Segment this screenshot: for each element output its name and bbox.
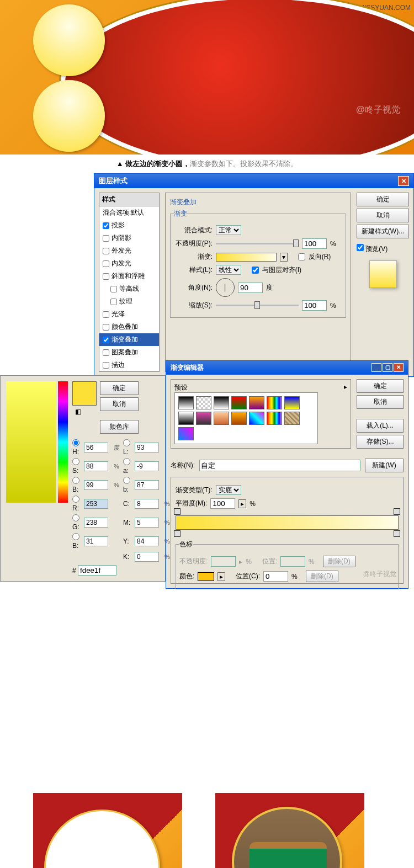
current-color-swatch[interactable]: [72, 381, 97, 406]
color-stop-right[interactable]: [394, 530, 400, 537]
inner-glow-row[interactable]: 内发光: [99, 257, 159, 270]
blend-mode-select[interactable]: 正常: [216, 225, 241, 235]
g-radio[interactable]: [72, 514, 79, 521]
y-input[interactable]: [135, 536, 159, 546]
save-button[interactable]: 存储(S)...: [357, 435, 404, 449]
l-input[interactable]: [135, 443, 159, 452]
stop-color-swatch[interactable]: [198, 572, 214, 581]
preset-swatch[interactable]: [196, 396, 211, 409]
cancel-button[interactable]: 取消: [100, 397, 139, 411]
preset-swatch[interactable]: [249, 396, 264, 409]
dropdown-icon[interactable]: ▸: [238, 499, 246, 508]
bv-input[interactable]: [84, 480, 108, 490]
s-input[interactable]: [84, 461, 108, 471]
s-radio[interactable]: [72, 458, 79, 465]
h-radio[interactable]: [72, 439, 79, 446]
hue-slider[interactable]: [58, 381, 68, 503]
opacity-stop-right[interactable]: [394, 508, 400, 515]
color-pos-input[interactable]: [263, 571, 288, 582]
r-input[interactable]: [84, 499, 108, 509]
cancel-button[interactable]: 取消: [357, 395, 404, 409]
drop-shadow-check[interactable]: [103, 222, 109, 229]
maximize-icon[interactable]: ▢: [383, 363, 392, 372]
preset-swatch[interactable]: [178, 396, 194, 409]
preset-swatch[interactable]: [284, 396, 300, 409]
color-field[interactable]: [6, 381, 56, 503]
smoothness-input[interactable]: [210, 498, 235, 509]
load-button[interactable]: 载入(L)...: [357, 419, 404, 433]
gradient-dropdown-icon[interactable]: ▾: [280, 253, 288, 262]
gradient-editor-titlebar[interactable]: 渐变编辑器 _ ▢ ✕: [166, 361, 408, 375]
align-check[interactable]: [252, 267, 259, 274]
inner-shadow-row[interactable]: 内阴影: [99, 232, 159, 244]
pattern-overlay-row[interactable]: 图案叠加: [99, 346, 159, 359]
color-stop-left[interactable]: [174, 530, 181, 537]
outer-glow-row[interactable]: 外发光: [99, 244, 159, 257]
m-input[interactable]: [135, 518, 159, 528]
preset-swatch[interactable]: [249, 412, 264, 425]
style-select[interactable]: 线性: [216, 265, 241, 275]
scale-slider[interactable]: [216, 305, 299, 306]
close-icon[interactable]: ✕: [398, 176, 409, 186]
minimize-icon[interactable]: _: [371, 363, 381, 372]
opacity-slider[interactable]: [216, 243, 299, 244]
new-style-button[interactable]: 新建样式(W)...: [357, 225, 409, 238]
bv-radio[interactable]: [72, 477, 79, 484]
hex-input[interactable]: [78, 565, 116, 576]
texture-row[interactable]: 纹理: [99, 295, 159, 308]
bc-input[interactable]: [84, 536, 108, 546]
color-menu-icon[interactable]: ▸: [217, 572, 225, 581]
preset-swatch[interactable]: [267, 412, 282, 425]
gradient-overlay-row[interactable]: 渐变叠加: [99, 333, 159, 346]
bc-radio[interactable]: [72, 533, 79, 540]
preset-swatch[interactable]: [267, 396, 282, 409]
angle-dial[interactable]: │: [216, 278, 235, 297]
g-input[interactable]: [84, 518, 108, 528]
ok-button[interactable]: 确定: [357, 193, 409, 206]
h-input[interactable]: [84, 443, 108, 452]
color-overlay-row[interactable]: 颜色叠加: [99, 321, 159, 333]
preset-swatch[interactable]: [214, 412, 229, 425]
preset-swatch[interactable]: [178, 427, 194, 440]
b-input[interactable]: [135, 480, 159, 490]
color-lib-button[interactable]: 颜色库: [100, 420, 139, 434]
r-radio[interactable]: [72, 496, 79, 503]
gradient-type-select[interactable]: 实底: [216, 485, 241, 495]
preset-swatch[interactable]: [196, 412, 211, 425]
opacity-stop-left[interactable]: [174, 508, 181, 515]
subgroup-legend: 渐变: [174, 209, 187, 219]
angle-input[interactable]: [238, 283, 263, 293]
preset-swatch[interactable]: [178, 412, 194, 425]
blend-options-row[interactable]: 混合选项:默认: [99, 206, 159, 219]
drop-shadow-row[interactable]: 投影: [99, 219, 159, 232]
cancel-button[interactable]: 取消: [357, 209, 409, 222]
presets-menu-icon[interactable]: ▸: [344, 383, 347, 392]
preset-swatch[interactable]: [231, 412, 247, 425]
preset-swatch[interactable]: [231, 396, 247, 409]
a-input[interactable]: [135, 461, 159, 471]
c-input[interactable]: [135, 499, 159, 509]
reverse-check[interactable]: [298, 253, 305, 260]
layer-style-titlebar[interactable]: 图层样式 ✕: [94, 174, 413, 188]
l-radio[interactable]: [123, 439, 130, 446]
new-button[interactable]: 新建(W): [365, 459, 404, 472]
ok-button[interactable]: 确定: [100, 381, 139, 395]
opacity-input[interactable]: [302, 238, 327, 249]
gradient-picker[interactable]: [216, 253, 277, 262]
gradient-name-input[interactable]: [199, 460, 360, 471]
bevel-row[interactable]: 斜面和浮雕: [99, 270, 159, 283]
close-icon[interactable]: ✕: [394, 363, 404, 372]
stroke-row[interactable]: 描边: [99, 359, 159, 371]
preset-swatch[interactable]: [284, 412, 300, 425]
contour-row[interactable]: 等高线: [99, 283, 159, 295]
gradient-bar[interactable]: [176, 515, 399, 530]
cube-icon[interactable]: ◧: [72, 408, 83, 419]
satin-row[interactable]: 光泽: [99, 308, 159, 321]
ok-button[interactable]: 确定: [357, 379, 404, 393]
scale-input[interactable]: [302, 300, 327, 311]
preset-swatch[interactable]: [214, 396, 229, 409]
preview-check[interactable]: [357, 244, 364, 251]
b-radio[interactable]: [123, 477, 130, 484]
k-input[interactable]: [135, 552, 159, 562]
a-radio[interactable]: [123, 458, 130, 465]
